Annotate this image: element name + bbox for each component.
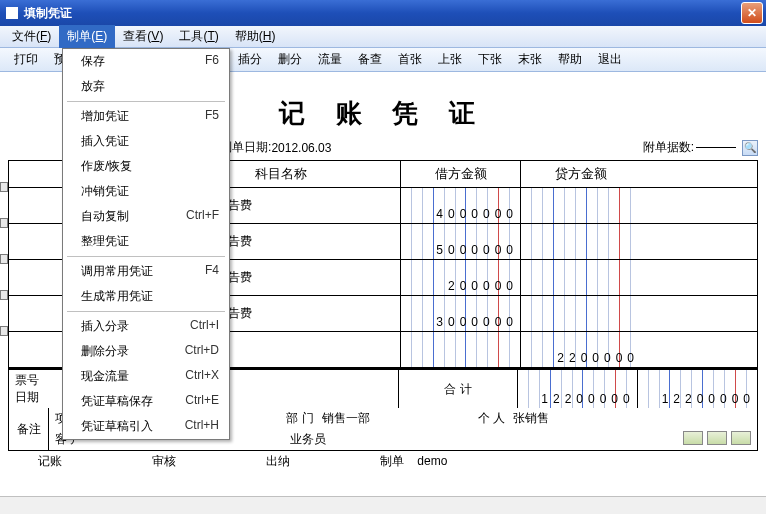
row-marker-icon — [0, 218, 8, 228]
menu-item-生成常用凭证[interactable]: 生成常用凭证 — [63, 284, 229, 309]
signature-row: 记账 审核 出纳 制单 demo — [8, 451, 758, 472]
menu-item-调用常用凭证[interactable]: 调用常用凭证F4 — [63, 259, 229, 284]
header-debit: 借方金额 — [401, 161, 521, 187]
ticket-date-label: 日期 — [15, 390, 39, 404]
menu-shortcut: F6 — [205, 53, 219, 70]
sig-maker-value: demo — [417, 454, 447, 468]
toolbar-流量[interactable]: 流量 — [310, 49, 350, 70]
stamp-icon-3[interactable] — [731, 431, 751, 445]
menu-item-自动复制[interactable]: 自动复制Ctrl+F — [63, 204, 229, 229]
menu-item-插入凭证[interactable]: 插入凭证 — [63, 129, 229, 154]
cell-debit[interactable]: 4000000 — [401, 188, 521, 223]
cell-credit[interactable] — [521, 188, 641, 223]
dept-label: 部 门 — [286, 410, 313, 427]
menu-item-删除分录[interactable]: 删除分录Ctrl+D — [63, 339, 229, 364]
search-icon[interactable]: 🔍 — [742, 140, 758, 156]
debit-value: 5000000 — [436, 243, 518, 257]
menu-item-作废/恢复[interactable]: 作废/恢复 — [63, 154, 229, 179]
row-marker-icon — [0, 290, 8, 300]
menu-item-label: 保存 — [81, 53, 205, 70]
window-title: 填制凭证 — [24, 5, 741, 22]
debit-value: 4000000 — [436, 207, 518, 221]
cell-credit[interactable] — [521, 296, 641, 331]
menu-item-label: 整理凭证 — [81, 233, 219, 250]
menu-shortcut: F5 — [205, 108, 219, 125]
menu-item-保存[interactable]: 保存F6 — [63, 49, 229, 74]
menu-item-凭证草稿引入[interactable]: 凭证草稿引入Ctrl+H — [63, 414, 229, 439]
menu-item-label: 增加凭证 — [81, 108, 205, 125]
cell-debit[interactable]: 3000000 — [401, 296, 521, 331]
menu-工具[interactable]: 工具(T) — [171, 25, 226, 48]
attachment-label: 附单据数: — [643, 139, 694, 156]
cell-debit[interactable] — [401, 332, 521, 367]
toolbar-首张[interactable]: 首张 — [390, 49, 430, 70]
total-credit-cell: 12200000 — [638, 370, 757, 408]
person-value: 张销售 — [513, 410, 549, 427]
menu-item-现金流量[interactable]: 现金流量Ctrl+X — [63, 364, 229, 389]
sig-cashier: 出纳 — [266, 453, 290, 470]
toolbar-末张[interactable]: 末张 — [510, 49, 550, 70]
menu-shortcut: Ctrl+F — [186, 208, 219, 225]
dept-value: 销售一部 — [322, 410, 370, 427]
debit-value: 200000 — [448, 279, 518, 293]
toolbar-下张[interactable]: 下张 — [470, 49, 510, 70]
menu-item-整理凭证[interactable]: 整理凭证 — [63, 229, 229, 254]
cell-credit[interactable] — [521, 260, 641, 295]
menu-item-插入分录[interactable]: 插入分录Ctrl+I — [63, 314, 229, 339]
credit-value: 2200000 — [557, 351, 639, 365]
sig-audit: 审核 — [152, 453, 176, 470]
menu-item-冲销凭证[interactable]: 冲销凭证 — [63, 179, 229, 204]
app-icon — [6, 7, 18, 19]
total-credit-value: 12200000 — [662, 392, 755, 406]
menu-item-label: 插入分录 — [81, 318, 190, 335]
toolbar-备查[interactable]: 备查 — [350, 49, 390, 70]
menu-item-放弃[interactable]: 放弃 — [63, 74, 229, 99]
toolbar-上张[interactable]: 上张 — [430, 49, 470, 70]
attachment-input[interactable] — [696, 147, 736, 148]
menu-item-label: 调用常用凭证 — [81, 263, 205, 280]
menu-shortcut: Ctrl+I — [190, 318, 219, 335]
menu-dropdown: 保存F6放弃增加凭证F5插入凭证作废/恢复冲销凭证自动复制Ctrl+F整理凭证调… — [62, 48, 230, 440]
toolbar-退出[interactable]: 退出 — [590, 49, 630, 70]
titlebar: 填制凭证 ✕ — [0, 0, 766, 26]
menu-item-增加凭证[interactable]: 增加凭证F5 — [63, 104, 229, 129]
menu-item-label: 放弃 — [81, 78, 219, 95]
ticket-no-label: 票号 — [15, 373, 39, 387]
toolbar-打印[interactable]: 打印 — [6, 49, 46, 70]
remark-label: 备注 — [9, 408, 49, 450]
menu-item-label: 作废/恢复 — [81, 158, 219, 175]
menu-item-凭证草稿保存[interactable]: 凭证草稿保存Ctrl+E — [63, 389, 229, 414]
menu-文件[interactable]: 文件(F) — [4, 25, 59, 48]
header-credit: 贷方金额 — [521, 161, 641, 187]
person-label: 个 人 — [478, 410, 505, 427]
menubar: 文件(F)制单(E)查看(V)工具(T)帮助(H) — [0, 26, 766, 48]
clerk-label: 业务员 — [290, 431, 326, 448]
toolbar-删分[interactable]: 删分 — [270, 49, 310, 70]
menu-item-label: 凭证草稿保存 — [81, 393, 185, 410]
menu-item-label: 凭证草稿引入 — [81, 418, 185, 435]
menu-shortcut: Ctrl+H — [185, 418, 219, 435]
menu-item-label: 删除分录 — [81, 343, 185, 360]
cell-credit[interactable] — [521, 224, 641, 259]
cell-debit[interactable]: 200000 — [401, 260, 521, 295]
cell-credit[interactable]: 2200000 — [521, 332, 641, 367]
menu-帮助[interactable]: 帮助(H) — [227, 25, 284, 48]
close-button[interactable]: ✕ — [741, 2, 763, 24]
date-value: 2012.06.03 — [271, 141, 331, 155]
menu-item-label: 插入凭证 — [81, 133, 219, 150]
stamp-icon-2[interactable] — [707, 431, 727, 445]
toolbar-插分[interactable]: 插分 — [230, 49, 270, 70]
toolbar-帮助[interactable]: 帮助 — [550, 49, 590, 70]
sig-entry: 记账 — [38, 453, 62, 470]
menu-separator — [67, 256, 225, 257]
debit-value: 3000000 — [436, 315, 518, 329]
total-label: 合 计 — [399, 370, 518, 408]
menu-separator — [67, 101, 225, 102]
menu-查看[interactable]: 查看(V) — [115, 25, 171, 48]
cell-debit[interactable]: 5000000 — [401, 224, 521, 259]
menu-item-label: 生成常用凭证 — [81, 288, 219, 305]
stamp-icon-1[interactable] — [683, 431, 703, 445]
menu-separator — [67, 311, 225, 312]
menu-制单[interactable]: 制单(E) — [59, 25, 115, 48]
row-marker-icon — [0, 254, 8, 264]
